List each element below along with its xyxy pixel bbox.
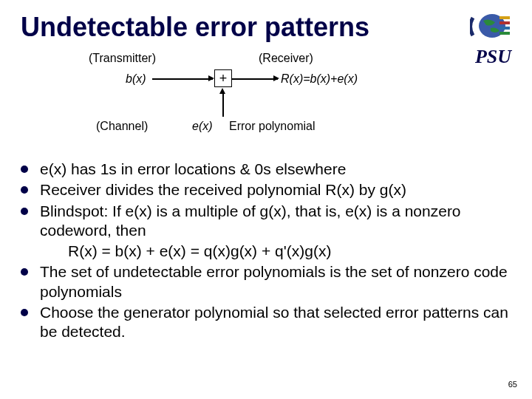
bullet-indent-text: R(x) = b(x) + e(x) = q(x)g(x) + q'(x)g(x… bbox=[68, 242, 511, 261]
error-poly-label: Error polynomial bbox=[229, 120, 315, 133]
ex-label: e(x) bbox=[192, 120, 213, 133]
page-number: 65 bbox=[508, 380, 517, 389]
svg-rect-1 bbox=[499, 16, 510, 19]
bullet-text: Choose the generator polynomial so that … bbox=[40, 303, 511, 342]
bx-label: b(x) bbox=[126, 72, 146, 86]
bullet-icon bbox=[21, 268, 28, 276]
plus-node: + bbox=[214, 69, 232, 87]
arrowhead-ex bbox=[219, 88, 225, 94]
list-item: The set of undetectable error polynomial… bbox=[21, 262, 511, 301]
bullet-icon bbox=[21, 186, 28, 194]
bullet-icon bbox=[21, 309, 28, 316]
slide-title: Undetectable error patterns bbox=[21, 12, 369, 43]
receiver-label: (Receiver) bbox=[259, 52, 313, 65]
globe-icon bbox=[470, 10, 511, 41]
bullet-text: Receiver divides the received polynomial… bbox=[40, 180, 406, 200]
arrow-bx-to-plus bbox=[152, 78, 213, 80]
bullet-text: Blindspot: If e(x) is a multiple of g(x)… bbox=[40, 202, 511, 241]
list-item: Blindspot: If e(x) is a multiple of g(x)… bbox=[21, 202, 511, 241]
arrow-plus-to-rx bbox=[232, 78, 278, 80]
bullet-icon bbox=[21, 208, 28, 215]
svg-rect-4 bbox=[499, 32, 510, 35]
rx-output-label: R(x)=b(x)+e(x) bbox=[281, 72, 358, 86]
svg-rect-2 bbox=[499, 21, 510, 24]
bullet-icon bbox=[21, 166, 28, 173]
list-item: Choose the generator polynomial so that … bbox=[21, 303, 511, 342]
psu-label: PSU bbox=[475, 46, 511, 68]
channel-label: (Channel) bbox=[96, 120, 148, 133]
list-item: e(x) has 1s in error locations & 0s else… bbox=[21, 160, 511, 179]
transmitter-label: (Transmitter) bbox=[89, 52, 156, 65]
arrowhead-bx bbox=[208, 75, 214, 81]
bullet-text: e(x) has 1s in error locations & 0s else… bbox=[40, 160, 346, 179]
svg-rect-3 bbox=[499, 27, 510, 30]
list-item: Receiver divides the received polynomial… bbox=[21, 180, 511, 200]
channel-diagram: (Transmitter) (Receiver) b(x) + R(x)=b(x… bbox=[74, 52, 458, 148]
arrow-ex-to-plus bbox=[222, 93, 224, 117]
bullet-text: The set of undetectable error polynomial… bbox=[40, 262, 511, 301]
arrowhead-rx bbox=[273, 75, 279, 81]
bullet-list: e(x) has 1s in error locations & 0s else… bbox=[21, 160, 511, 343]
